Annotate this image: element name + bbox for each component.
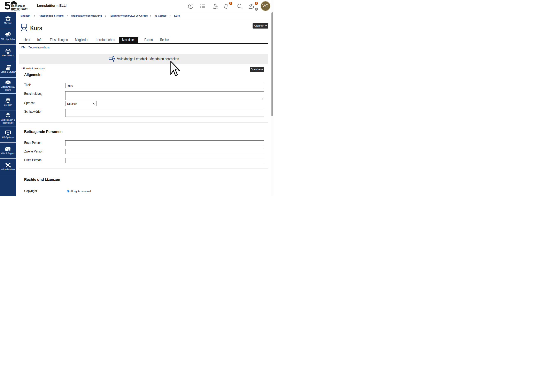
svg-text:?: ? — [9, 149, 10, 151]
svg-text:1975 – 2025: 1975 – 2025 — [11, 9, 20, 11]
svg-text:?: ? — [190, 4, 191, 8]
svg-text:5: 5 — [5, 0, 10, 12]
